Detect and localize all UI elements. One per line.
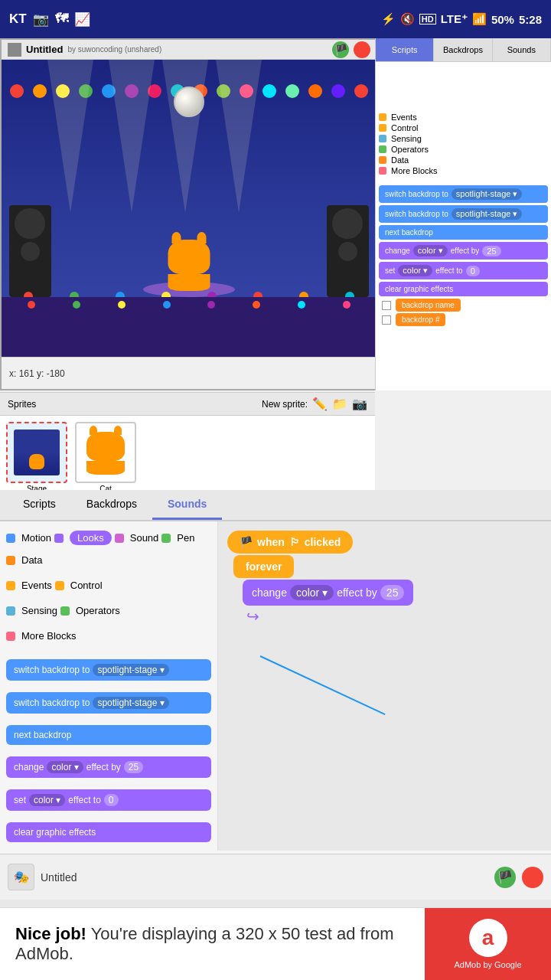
cat-pen[interactable]: Pen bbox=[161, 531, 194, 545]
moreblocks-dot-b bbox=[6, 632, 15, 641]
bluetooth-icon: ⚡ bbox=[381, 12, 396, 26]
light-red bbox=[10, 84, 24, 98]
fd-4 bbox=[163, 301, 171, 309]
checkbox-box-name[interactable] bbox=[382, 301, 391, 310]
time: 5:28 bbox=[519, 13, 542, 26]
cat-sensing[interactable]: Sensing bbox=[379, 134, 548, 143]
checkbox-box-num[interactable] bbox=[382, 315, 391, 325]
hd-badge: HD bbox=[419, 14, 436, 24]
block-set-color[interactable]: set color ▾ effect to 0 bbox=[379, 262, 548, 279]
block-set-color-b[interactable]: set color ▾ effect to 0 bbox=[6, 789, 211, 811]
cat-events-b[interactable]: Events bbox=[6, 580, 52, 591]
block-backdrop-num[interactable]: backdrop # bbox=[396, 313, 445, 326]
block-change-color-b[interactable]: change color ▾ effect by 25 bbox=[6, 756, 211, 778]
status-bar: KT 📷 🗺 📈 ⚡ 🔇 HD LTE⁺ 📶 50% 5:28 bbox=[0, 0, 551, 38]
upload-sprite[interactable]: 📁 bbox=[332, 397, 347, 411]
cat-operators-b[interactable]: Operators bbox=[60, 605, 120, 616]
block-next-backdrop-b[interactable]: next backdrop bbox=[6, 725, 211, 745]
red-stop-bar[interactable] bbox=[522, 867, 543, 888]
project-title: Untitled bbox=[26, 44, 63, 55]
operators-label-b: Operators bbox=[76, 605, 120, 616]
when-clicked-text: when bbox=[257, 536, 285, 548]
block-switch-backdrop-2[interactable]: switch backdrop to spotlight-stage ▾ bbox=[6, 692, 211, 714]
events-dot-b bbox=[6, 581, 15, 590]
cat-moreblocks[interactable]: More Blocks bbox=[379, 166, 548, 175]
script-blocks-right: switch backdrop to spotlight-stage ▾ swi… bbox=[376, 180, 551, 331]
control-dot bbox=[379, 124, 386, 132]
block-items: switch backdrop to spotlight-stage ▾ swi… bbox=[6, 655, 211, 846]
control-dot-b bbox=[55, 581, 64, 590]
block-clear-graphic-effects[interactable]: clear graphic effects bbox=[6, 822, 211, 842]
tab-scripts[interactable]: Scripts bbox=[376, 38, 434, 61]
cat-events[interactable]: Events bbox=[379, 113, 548, 122]
project-subtitle: by suwoncoding (unshared) bbox=[67, 45, 161, 54]
operators-dot-b bbox=[60, 606, 70, 616]
cat-sprite bbox=[168, 240, 210, 289]
scratch-editor: Untitled by suwoncoding (unshared) 🏴 bbox=[0, 38, 551, 528]
cat-list-4: More Blocks bbox=[6, 627, 211, 645]
script-area[interactable]: 🏴 when 🏳 clicked forever change color ▾ … bbox=[218, 521, 551, 851]
ad-text: Nice job! You're displaying a 320 x 50 t… bbox=[0, 916, 425, 972]
block-editor: Scripts Backdrops Sounds Motion Looks So… bbox=[0, 490, 551, 854]
num-25[interactable]: 25 bbox=[380, 585, 405, 600]
moreblocks-label-b: More Blocks bbox=[21, 630, 77, 642]
scripts-panel: Scripts Backdrops Sounds 👆 Click ! Event… bbox=[375, 38, 551, 390]
speaker-left bbox=[9, 205, 51, 297]
data-dot-b bbox=[6, 556, 15, 565]
block-switch-backdrop-1[interactable]: switch backdrop to spotlight-stage ▾ bbox=[6, 659, 211, 681]
tab-backdrops[interactable]: Backdrops bbox=[434, 38, 492, 61]
color-dropdown[interactable]: color ▾ bbox=[290, 585, 334, 600]
script-when-clicked: 🏴 when 🏳 clicked bbox=[227, 531, 542, 554]
cat-thumb bbox=[75, 422, 136, 483]
cat-sensing-b[interactable]: Sensing bbox=[6, 605, 57, 616]
stage-header: Untitled by suwoncoding (unshared) 🏴 bbox=[2, 40, 377, 60]
light-red2 bbox=[354, 84, 368, 98]
project-icon: 🎭 bbox=[8, 864, 34, 890]
green-flag-bar[interactable]: 🏴 bbox=[494, 867, 516, 888]
block-tab-sounds[interactable]: Sounds bbox=[152, 490, 222, 520]
motion-dot bbox=[6, 534, 15, 543]
script-forever: forever bbox=[233, 555, 542, 578]
carrier: KT bbox=[9, 11, 27, 27]
cat-motion[interactable]: Motion bbox=[6, 531, 51, 545]
checkbox-backdrop-num[interactable]: backdrop # bbox=[382, 313, 545, 326]
camera-sprite[interactable]: 📷 bbox=[352, 397, 367, 411]
connector-line bbox=[260, 655, 386, 715]
block-tab-scripts[interactable]: Scripts bbox=[8, 490, 71, 520]
clicked-text: clicked bbox=[305, 536, 341, 548]
green-flag-btn[interactable]: 🏴 bbox=[332, 41, 349, 58]
looks-dot bbox=[54, 534, 64, 543]
cat-sound[interactable]: Sound bbox=[115, 531, 159, 545]
tab-sounds-right[interactable]: Sounds bbox=[493, 38, 551, 61]
block-switch-1[interactable]: switch backdrop to spotlight-stage ▾ bbox=[379, 185, 548, 203]
block-backdrop-name[interactable]: backdrop name bbox=[396, 299, 461, 312]
ad-logo: a AdMob by Google bbox=[425, 908, 551, 981]
fd-6 bbox=[253, 301, 260, 309]
block-tab-backdrops[interactable]: Backdrops bbox=[71, 490, 152, 520]
paint-new-sprite[interactable]: ✏️ bbox=[312, 397, 328, 411]
stage-thumb bbox=[6, 422, 67, 483]
cat-control-b[interactable]: Control bbox=[55, 580, 103, 591]
cat-looks[interactable]: Looks bbox=[54, 531, 112, 545]
events-label-b: Events bbox=[21, 580, 52, 591]
block-switch-2[interactable]: switch backdrop to spotlight-stage ▾ bbox=[379, 205, 548, 223]
sound-label: Sound bbox=[130, 532, 159, 544]
stop-btn[interactable] bbox=[354, 41, 370, 58]
block-change-color[interactable]: change color ▾ effect by 25 bbox=[379, 242, 548, 260]
project-bar: 🎭 Untitled 🏴 bbox=[0, 854, 551, 900]
block-next-backdrop[interactable]: next backdrop bbox=[379, 225, 548, 240]
flag-icon-2: 🏳 bbox=[289, 536, 300, 548]
cat-control[interactable]: Control bbox=[379, 123, 548, 132]
block-clear-effects[interactable]: clear graphic effects bbox=[379, 282, 548, 296]
cat-data-bottom[interactable]: Data bbox=[6, 554, 42, 566]
cat-operators[interactable]: Operators bbox=[379, 145, 548, 154]
cat-data[interactable]: Data bbox=[379, 155, 548, 165]
pen-dot bbox=[161, 534, 171, 543]
mute-icon: 🔇 bbox=[400, 12, 415, 26]
spotlight-1 bbox=[47, 60, 93, 213]
cat-moreblocks-b[interactable]: More Blocks bbox=[6, 630, 77, 642]
nav-icon: 🗺 bbox=[55, 11, 68, 27]
data-label: Data bbox=[391, 155, 409, 165]
forever-text: forever bbox=[246, 560, 282, 573]
checkbox-backdrop-name[interactable]: backdrop name bbox=[382, 299, 545, 312]
